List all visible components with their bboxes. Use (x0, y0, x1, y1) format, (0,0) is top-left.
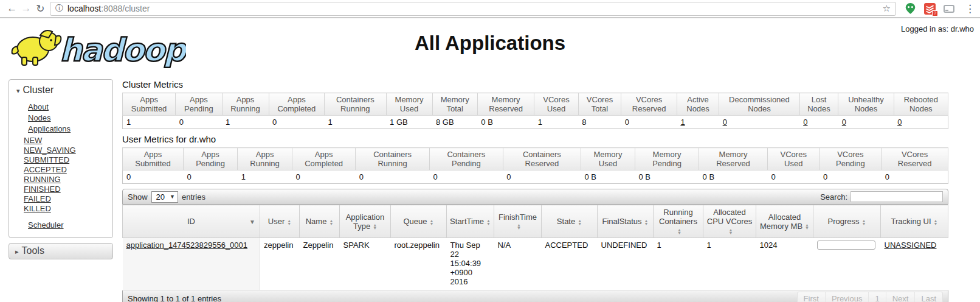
cell-final-status: UNDEFINED (598, 238, 654, 290)
apps-column-label: StartTime (450, 217, 484, 226)
hadoop-logo-text: hadoop (60, 32, 186, 68)
page-size-value: 20 (156, 192, 165, 202)
sort-desc-icon: ▼ (249, 218, 255, 225)
metric-value-cell: 8 GB (432, 116, 477, 129)
cell-start-time: Thu Sep 22 15:04:39 +0900 2016 (447, 238, 494, 290)
back-icon[interactable]: ← (5, 2, 19, 15)
page-info-icon[interactable]: ⓘ (55, 3, 63, 14)
sidebar-list-item: NEW (24, 135, 112, 145)
sidebar-section-cluster[interactable]: ▾Cluster (9, 83, 112, 99)
metric-column-header: VCores Reserved (621, 93, 677, 116)
sidebar-item-state-killed[interactable]: KILLED (24, 204, 51, 213)
sidebar-list-item: FAILED (24, 194, 112, 203)
sidebar-item-state-submitted[interactable]: SUBMITTED (24, 155, 69, 164)
metric-value-link[interactable]: 1 (680, 118, 685, 127)
window-extension-icon[interactable] (944, 5, 954, 13)
pagination-previous[interactable]: Previous (825, 292, 869, 302)
cell-queue: root.zeppelin (391, 238, 447, 290)
sidebar-item-state-running[interactable]: RUNNING (24, 175, 61, 184)
sidebar-item-applications[interactable]: Applications (28, 124, 71, 133)
app-id-link[interactable]: application_1474523829556_0001 (126, 241, 248, 250)
sort-down-glyph: ▼ (677, 231, 682, 234)
apps-column-header-name[interactable]: Name▲▼ (300, 205, 340, 238)
sidebar-item-about[interactable]: About (28, 102, 49, 111)
url-bar[interactable]: ⓘ localhost :8088/cluster ☆ (50, 2, 896, 16)
apps-column-header-user[interactable]: User▲▼ (260, 205, 300, 238)
metric-column-header: Memory Pending (635, 148, 699, 170)
metric-value-link[interactable]: 0 (723, 118, 727, 127)
metric-value-cell: 1 (123, 116, 176, 129)
sort-down-glyph: ▼ (862, 222, 866, 225)
apps-column-label: Name (306, 217, 327, 226)
sidebar-item-scheduler[interactable]: Scheduler (28, 220, 64, 230)
sidebar-item-state-new_saving[interactable]: NEW_SAVING (24, 146, 76, 155)
datatable-toolbar: Show 20 ▼ entries Search: (122, 189, 948, 205)
cell-running-containers: 1 (654, 238, 703, 290)
sidebar-item-state-failed[interactable]: FAILED (24, 194, 51, 203)
sort-icon: ▲▼ (373, 223, 377, 230)
page-size-select[interactable]: 20 ▼ (151, 191, 178, 203)
metric-value-link[interactable]: 0 (842, 118, 846, 127)
metric-value-cell: 0 (123, 170, 184, 184)
pagination-first[interactable]: First (798, 292, 825, 302)
sort-icon: ▲▼ (486, 219, 491, 225)
sort-icon: ▲▼ (430, 219, 434, 225)
apps-column-header-allocated-cpu-vcores[interactable]: Allocated CPU VCores▲▼ (703, 205, 756, 238)
red-list-extension-icon[interactable]: ? (924, 3, 936, 15)
metric-value-cell: 1 (238, 170, 292, 184)
metric-column-header: Apps Completed (292, 148, 356, 170)
metric-column-header: Rebooted Nodes (894, 93, 948, 116)
sidebar-item-state-finished[interactable]: FINISHED (24, 184, 61, 194)
metric-value-cell: 0 B (635, 170, 699, 184)
metric-value-cell: 0 B (699, 170, 768, 184)
sidebar-item-state-new[interactable]: NEW (24, 136, 42, 145)
metric-value-cell: 1 (325, 116, 386, 129)
apps-column-header-progress[interactable]: Progress▲▼ (813, 205, 881, 238)
apps-column-header-application-type[interactable]: Application Type▲▼ (340, 205, 391, 238)
metric-value-link[interactable]: 0 (803, 118, 807, 127)
apps-column-header-running-containers[interactable]: Running Containers▲▼ (654, 205, 703, 238)
cell-progress-percent (813, 238, 881, 290)
apps-column-header-state[interactable]: State▲▼ (542, 205, 598, 238)
url-host: localhost (67, 4, 101, 13)
metric-column-header: Apps Completed (269, 93, 325, 116)
apps-column-header-tracking-ui[interactable]: Tracking UI▲▼ (881, 205, 948, 238)
sidebar-list-item: KILLED (24, 203, 112, 213)
apps-column-label: Application Type (346, 212, 385, 231)
pagination-1[interactable]: 1 (868, 292, 885, 302)
pagination-last[interactable]: Last (914, 292, 942, 302)
apps-column-header-queue[interactable]: Queue▲▼ (391, 205, 447, 238)
sidebar-item-state-accepted[interactable]: ACCEPTED (24, 165, 67, 174)
apps-column-label: Allocated CPU VCores (707, 208, 752, 226)
sidebar-section-tools[interactable]: ▸Tools (9, 243, 113, 259)
apps-column-header-starttime[interactable]: StartTime▲▼ (447, 205, 494, 238)
applications-table: ID▼User▲▼Name▲▼Application Type▲▼Queue▲▼… (122, 205, 948, 290)
green-pin-extension-icon[interactable] (905, 2, 916, 15)
browser-menu-icon[interactable]: ⋮ (965, 2, 975, 15)
datatable-footer: Showing 1 to 1 of 1 entries FirstPreviou… (122, 290, 948, 302)
apps-column-header-finishtime[interactable]: FinishTime▲▼ (494, 205, 542, 238)
sort-down-glyph: ▼ (329, 222, 333, 225)
cell-id: application_1474523829556_0001 (123, 238, 260, 290)
search-input[interactable] (851, 191, 943, 202)
sidebar-list-item: RUNNING (24, 174, 112, 184)
metric-value-link[interactable]: 0 (897, 118, 902, 127)
cell-allocated-memory-mb: 1024 (756, 238, 813, 290)
sidebar-item-nodes[interactable]: Nodes (28, 113, 51, 122)
metric-column-header: VCores Total (578, 93, 621, 116)
cell-state: ACCEPTED (542, 238, 598, 290)
sort-down-glyph: ▼ (578, 222, 582, 225)
forward-icon[interactable]: → (19, 2, 33, 15)
tracking-ui-link[interactable]: UNASSIGNED (885, 241, 937, 250)
refresh-icon[interactable]: ↻ (33, 2, 47, 15)
apps-column-header-id[interactable]: ID▼ (123, 205, 260, 238)
tools-section-label: Tools (22, 245, 44, 256)
pagination-next[interactable]: Next (886, 292, 915, 302)
metric-column-header: VCores Pending (820, 148, 882, 170)
sort-icon: ▲▼ (578, 219, 582, 225)
apps-column-header-allocated-memory-mb[interactable]: Allocated Memory MB▲▼ (756, 205, 813, 238)
bookmark-star-icon[interactable]: ☆ (883, 3, 891, 14)
main-content: Cluster Metrics Apps SubmittedApps Pendi… (122, 79, 948, 302)
apps-column-header-finalstatus[interactable]: FinalStatus▲▼ (598, 205, 654, 238)
metric-value-cell: 1 (534, 116, 578, 129)
